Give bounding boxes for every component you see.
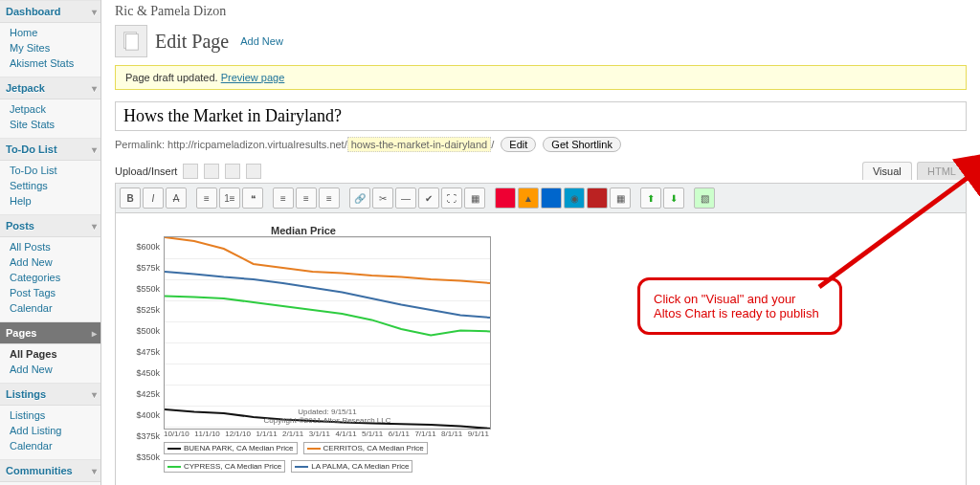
- plugin-icon-9[interactable]: ▧: [694, 187, 715, 209]
- sidebar-group-dashboard[interactable]: Dashboard ▾: [0, 0, 100, 23]
- sidebar-group-label: Posts: [6, 220, 34, 231]
- sidebar-group-posts[interactable]: Posts ▾: [0, 214, 100, 237]
- editor-mode-tabs: Visual HTML: [860, 162, 967, 180]
- editor-toolbar: B I A ≡ 1≡ ❝ ≡ ≡ ≡ 🔗 ✂ — ✔ ⛶ ▦ ▲ ◉ ▦: [115, 183, 967, 213]
- sidebar-group-communities[interactable]: Communities ▾: [0, 459, 100, 482]
- sidebar-group-todo[interactable]: To-Do List ▾: [0, 138, 100, 161]
- add-media-icon[interactable]: [246, 164, 261, 179]
- plugin-icon-5[interactable]: [587, 187, 608, 209]
- sidebar-item-addlisting[interactable]: Add Listing: [8, 423, 100, 438]
- sidebar-item-help[interactable]: Help: [8, 193, 100, 209]
- chevron-down-icon: ▾: [92, 466, 97, 476]
- unlink-button[interactable]: ✂: [372, 187, 393, 209]
- page-title-input[interactable]: [115, 101, 967, 131]
- add-new-button[interactable]: Add New: [240, 35, 283, 47]
- plugin-icon-4[interactable]: ◉: [564, 187, 585, 209]
- permalink-slug[interactable]: hows-the-market-in-dairyland: [347, 137, 491, 152]
- sidebar-item-calendar[interactable]: Calendar: [8, 300, 100, 316]
- plugin-icon-3[interactable]: [541, 187, 562, 209]
- sidebar-item-calendar[interactable]: Calendar: [8, 438, 100, 453]
- chart-updated: Updated: 9/15/11: [165, 408, 490, 416]
- tab-visual[interactable]: Visual: [862, 162, 912, 180]
- sidebar-item-todolist[interactable]: To-Do List: [8, 163, 100, 178]
- sidebar-group-label: Communities: [6, 465, 73, 476]
- site-title[interactable]: Ric & Pamela Dizon: [115, 0, 967, 23]
- spellcheck-button[interactable]: ✔: [418, 187, 439, 209]
- ul-button[interactable]: ≡: [196, 187, 217, 209]
- align-right-button[interactable]: ≡: [319, 187, 340, 209]
- plugin-icon-7[interactable]: ⬆: [640, 187, 661, 209]
- sidebar-item-posttags[interactable]: Post Tags: [8, 285, 100, 300]
- chevron-down-icon: ▾: [92, 7, 97, 17]
- sidebar-item-addnew[interactable]: Add New: [8, 362, 100, 377]
- sidebar-group-label: To-Do List: [6, 143, 57, 155]
- plugin-icon-8[interactable]: ⬇: [663, 187, 684, 209]
- svg-rect-1: [126, 34, 139, 50]
- get-shortlink-button[interactable]: Get Shortlink: [543, 137, 621, 152]
- edit-slug-button[interactable]: Edit: [501, 137, 536, 152]
- link-button[interactable]: 🔗: [349, 187, 370, 209]
- sidebar-group-label: Jetpack: [6, 82, 45, 94]
- plugin-icon-2[interactable]: ▲: [518, 187, 539, 209]
- sidebar-group-label: Listings: [6, 388, 46, 400]
- sidebar-item-allpages[interactable]: All Pages: [8, 346, 100, 362]
- align-left-button[interactable]: ≡: [273, 187, 294, 209]
- sidebar-group-listings[interactable]: Listings ▾: [0, 383, 100, 406]
- kitchen-sink-button[interactable]: ▦: [464, 187, 485, 209]
- fullscreen-button[interactable]: ⛶: [441, 187, 462, 209]
- notice-text: Page draft updated.: [125, 72, 221, 83]
- sidebar-item-sitestats[interactable]: Site Stats: [8, 117, 100, 132]
- annotation-text: Click on "Visual" and your Altos Chart i…: [654, 292, 819, 320]
- permalink-base: http://ricpameladizon.virtualresults.net…: [167, 139, 347, 150]
- sidebar-item-home[interactable]: Home: [8, 25, 100, 40]
- sidebar-item-addnew[interactable]: Add New: [8, 254, 100, 270]
- chevron-down-icon: ▾: [92, 144, 97, 155]
- editor-content-area[interactable]: Median Price $600k$575k$550k$525k$500k$4…: [115, 213, 967, 485]
- plugin-icon-6[interactable]: ▦: [610, 187, 631, 209]
- add-video-icon[interactable]: [204, 164, 219, 179]
- page-heading: Edit Page: [155, 31, 229, 53]
- sidebar-group-label: Pages: [6, 327, 36, 339]
- align-center-button[interactable]: ≡: [296, 187, 317, 209]
- sidebar-group-jetpack[interactable]: Jetpack ▾: [0, 77, 100, 99]
- sidebar-item-akismet[interactable]: Akismet Stats: [8, 55, 100, 71]
- ol-button[interactable]: 1≡: [219, 187, 240, 209]
- add-audio-icon[interactable]: [225, 164, 240, 179]
- admin-sidebar: Dashboard ▾ Home My Sites Akismet Stats …: [0, 0, 101, 485]
- italic-button[interactable]: I: [143, 187, 164, 209]
- plugin-icon-1[interactable]: [495, 187, 516, 209]
- bold-button[interactable]: B: [120, 187, 141, 209]
- chevron-down-icon: ▾: [92, 221, 97, 231]
- sidebar-item-jetpack[interactable]: Jetpack: [8, 101, 100, 117]
- sidebar-item-mysites[interactable]: My Sites: [8, 40, 100, 55]
- altos-chart: Median Price $600k$575k$550k$525k$500k$4…: [131, 225, 476, 473]
- more-button[interactable]: —: [395, 187, 416, 209]
- chevron-down-icon: ▾: [92, 83, 97, 94]
- sidebar-item-allposts[interactable]: All Posts: [8, 239, 100, 254]
- tab-html[interactable]: HTML: [917, 162, 967, 180]
- main-content: Ric & Pamela Dizon Edit Page Add New Pag…: [101, 0, 980, 485]
- quote-button[interactable]: ❝: [242, 187, 263, 209]
- sidebar-item-categories[interactable]: Categories: [8, 270, 100, 285]
- permalink-label: Permalink:: [115, 139, 165, 150]
- chart-title: Median Price: [131, 225, 476, 236]
- preview-page-link[interactable]: Preview page: [221, 72, 285, 83]
- annotation-callout: Click on "Visual" and your Altos Chart i…: [637, 277, 842, 335]
- sidebar-group-label: Dashboard: [6, 6, 60, 17]
- chart-copyright: Copyright ©2011 Altos Research LLC: [165, 416, 490, 425]
- chevron-right-icon: ▸: [92, 328, 97, 339]
- upload-insert-label: Upload/Insert: [115, 165, 177, 177]
- page-icon: [115, 25, 147, 57]
- sidebar-item-listings[interactable]: Listings: [8, 408, 100, 423]
- strike-button[interactable]: A: [166, 187, 187, 209]
- add-image-icon[interactable]: [183, 164, 198, 179]
- update-notice: Page draft updated. Preview page: [115, 65, 967, 90]
- sidebar-group-pages[interactable]: Pages ▸: [0, 321, 100, 344]
- chevron-down-icon: ▾: [92, 389, 97, 400]
- sidebar-item-settings[interactable]: Settings: [8, 178, 100, 193]
